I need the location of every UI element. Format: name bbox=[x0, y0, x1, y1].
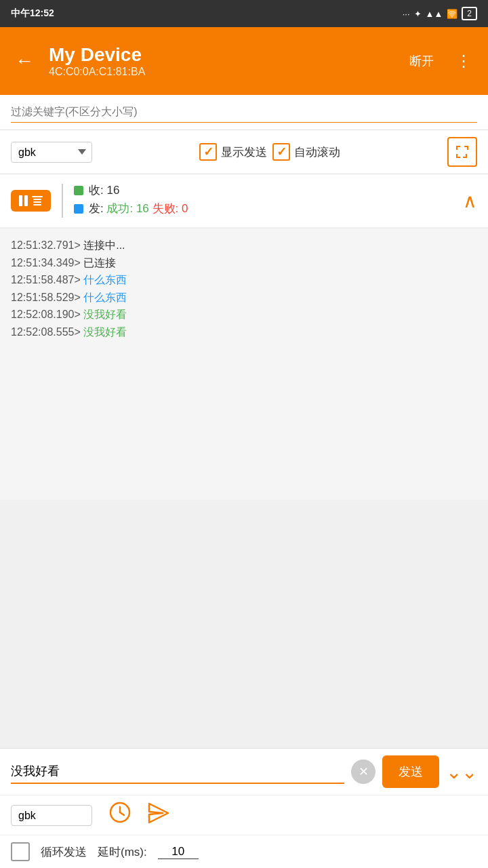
more-menu-button[interactable]: ⋮ bbox=[450, 46, 477, 76]
device-title: My Device bbox=[49, 44, 393, 66]
log-timestamp: 12:51:58.529> bbox=[11, 292, 81, 303]
pause-bar-1 bbox=[19, 195, 22, 206]
show-send-checkbox-item: ✓ 显示发送 bbox=[199, 143, 267, 161]
expand-down-button[interactable]: ⌄⌄ bbox=[446, 761, 477, 783]
status-time: 中午12:52 bbox=[11, 7, 54, 20]
back-button[interactable]: ← bbox=[11, 50, 38, 72]
signal-dots-icon: ··· bbox=[403, 9, 410, 19]
filter-input[interactable] bbox=[11, 102, 477, 123]
encoding-select[interactable]: gbk utf-8 hex bbox=[11, 142, 92, 163]
pause-icon bbox=[19, 195, 28, 206]
show-send-label: 显示发送 bbox=[221, 144, 267, 160]
status-icons: ··· ✦ ▲▲ 🛜 2 bbox=[403, 7, 477, 20]
auto-scroll-checkbox[interactable]: ✓ bbox=[272, 143, 290, 161]
collapse-button[interactable]: ∧ bbox=[463, 190, 477, 212]
log-line: 12:52:08.555> 没我好看 bbox=[11, 323, 477, 341]
log-line: 12:51:32.791> 连接中... bbox=[11, 237, 477, 254]
trash-dots-icon bbox=[32, 196, 43, 205]
log-message: 连接中... bbox=[83, 239, 125, 251]
close-icon: ✕ bbox=[359, 764, 369, 779]
log-timestamp: 12:51:34.349> bbox=[11, 257, 81, 269]
filter-bar bbox=[0, 95, 488, 130]
app-header: ← My Device 4C:C0:0A:C1:81:BA 断开 ⋮ bbox=[0, 27, 488, 95]
auto-scroll-label: 自动滚动 bbox=[294, 144, 340, 160]
loop-checkbox[interactable] bbox=[11, 842, 30, 861]
log-timestamp: 12:51:32.791> bbox=[11, 239, 81, 251]
log-message: 什么东西 bbox=[83, 274, 127, 285]
quick-send-button[interactable] bbox=[148, 802, 169, 829]
battery-icon: 2 bbox=[462, 7, 477, 20]
log-timestamp: 12:51:58.487> bbox=[11, 274, 81, 285]
check-icon: ✓ bbox=[203, 144, 214, 159]
log-message: 已连接 bbox=[83, 257, 116, 269]
log-line: 12:51:58.487> 什么东西 bbox=[11, 271, 477, 289]
bluetooth-icon: ✦ bbox=[414, 9, 422, 19]
log-line: 12:51:58.529> 什么东西 bbox=[11, 289, 477, 307]
recv-stat-line: 收: 16 bbox=[74, 182, 452, 198]
encoding-select-bottom[interactable]: gbk utf-8 hex bbox=[11, 805, 92, 826]
pause-bar-2 bbox=[24, 195, 28, 206]
auto-scroll-checkbox-item: ✓ 自动滚动 bbox=[272, 143, 340, 161]
log-area: 12:51:32.791> 连接中...12:51:34.349> 已连接12:… bbox=[0, 229, 488, 500]
clear-button[interactable]: ✕ bbox=[351, 760, 375, 784]
log-line: 12:52:08.190> 没我好看 bbox=[11, 306, 477, 323]
log-line: 12:51:34.349> 已连接 bbox=[11, 254, 477, 272]
send-button[interactable]: 发送 bbox=[382, 755, 439, 788]
stats-info: 收: 16 发: 成功: 16 失败: 0 bbox=[74, 182, 452, 219]
send-stat: 发: 成功: 16 失败: 0 bbox=[89, 201, 188, 216]
stats-divider bbox=[62, 184, 63, 218]
pause-button[interactable] bbox=[11, 190, 51, 212]
pause-clear-controls bbox=[11, 190, 51, 212]
svg-line-2 bbox=[120, 812, 124, 815]
send-fail: 失败: 0 bbox=[152, 202, 188, 215]
bottom-area: ✕ 发送 ⌄⌄ gbk utf-8 hex 循环发送 延时(ms): bbox=[0, 748, 488, 868]
loop-label: 循环发送 bbox=[41, 844, 87, 860]
recv-stat: 收: 16 bbox=[89, 182, 119, 198]
send-stat-line: 发: 成功: 16 失败: 0 bbox=[74, 201, 452, 216]
log-timestamp: 12:52:08.190> bbox=[11, 309, 81, 320]
input-row: ✕ 发送 ⌄⌄ bbox=[0, 749, 488, 795]
history-button[interactable] bbox=[108, 801, 131, 829]
signal-bars-icon: ▲▲ bbox=[426, 9, 443, 19]
expand-icon bbox=[455, 144, 470, 159]
toolbar-row: gbk utf-8 hex ✓ 显示发送 ✓ 自动滚动 bbox=[0, 130, 488, 174]
show-send-checkbox[interactable]: ✓ bbox=[199, 143, 217, 161]
log-message: 什么东西 bbox=[83, 292, 127, 303]
header-title-block: My Device 4C:C0:0A:C1:81:BA bbox=[49, 44, 393, 78]
log-timestamp: 12:52:08.555> bbox=[11, 326, 81, 338]
checkbox-group: ✓ 显示发送 ✓ 自动滚动 bbox=[103, 143, 436, 161]
send-dot bbox=[74, 204, 83, 214]
bottom-tools-row: gbk utf-8 hex bbox=[0, 795, 488, 835]
delay-label: 延时(ms): bbox=[98, 844, 147, 860]
wifi-icon: 🛜 bbox=[447, 9, 458, 19]
log-message: 没我好看 bbox=[83, 326, 127, 338]
device-address: 4C:C0:0A:C1:81:BA bbox=[49, 66, 393, 78]
log-message: 没我好看 bbox=[83, 309, 127, 320]
status-bar: 中午12:52 ··· ✦ ▲▲ 🛜 2 bbox=[0, 0, 488, 27]
send-success: 成功: 16 bbox=[106, 202, 148, 215]
check-icon-2: ✓ bbox=[277, 144, 287, 159]
paper-plane-icon bbox=[148, 802, 169, 824]
recv-dot bbox=[74, 186, 83, 195]
disconnect-button[interactable]: 断开 bbox=[404, 47, 439, 75]
delay-input[interactable] bbox=[158, 845, 199, 859]
expand-button[interactable] bbox=[447, 137, 477, 167]
message-input[interactable] bbox=[11, 760, 344, 784]
loop-row: 循环发送 延时(ms): bbox=[0, 835, 488, 868]
stats-row: 收: 16 发: 成功: 16 失败: 0 ∧ bbox=[0, 174, 488, 229]
clock-icon-svg bbox=[108, 801, 131, 824]
